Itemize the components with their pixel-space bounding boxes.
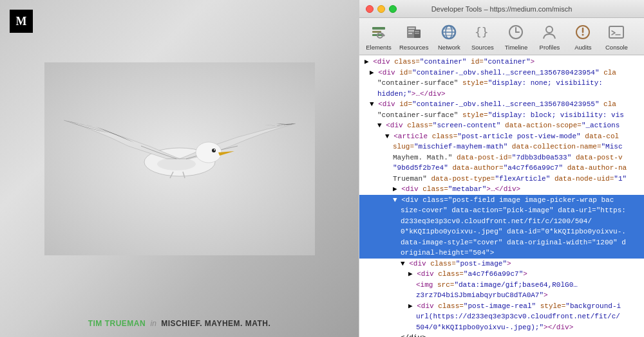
article-hero-image bbox=[0, 0, 359, 337]
dom-line[interactable]: </div> bbox=[359, 332, 644, 337]
medium-logo: M bbox=[10, 10, 33, 33]
dom-line[interactable]: ▼ <div class="screen-content" data-actio… bbox=[359, 120, 644, 131]
dom-line[interactable]: d233eq3e3p3cv0.cloudfront.net/fit/c/1200… bbox=[359, 216, 644, 227]
svg-text:{}: {} bbox=[475, 25, 489, 39]
dom-line[interactable]: ▶ <div class="a4c7f66a99c7"> bbox=[359, 269, 644, 280]
author-name: TIM TRUEMAN bbox=[88, 319, 146, 328]
dom-tree[interactable]: ▶ <div class="container" id="container">… bbox=[359, 55, 644, 337]
dom-line[interactable]: <img src="data:image/gif;base64,R0lG0… bbox=[359, 280, 644, 291]
dom-line[interactable]: ▶ <div class="metabar">…</div> bbox=[359, 184, 644, 195]
network-icon bbox=[439, 22, 459, 42]
tab-sources[interactable]: {} Sources bbox=[466, 19, 499, 55]
elements-icon bbox=[368, 22, 389, 42]
profiles-label: Profiles bbox=[540, 44, 560, 51]
traffic-lights bbox=[366, 5, 397, 13]
devtools-toolbar: Elements Resources bbox=[359, 18, 644, 55]
profiles-icon bbox=[539, 22, 560, 42]
svg-point-28 bbox=[546, 26, 553, 33]
devtools-panel: Developer Tools – https://medium.com/mis… bbox=[359, 0, 644, 337]
author-separator: in bbox=[150, 319, 156, 328]
dom-line[interactable]: z3rz7D4biSJbmiabqyrbuC8dTA0A7"> bbox=[359, 290, 644, 301]
maximize-button[interactable] bbox=[389, 5, 397, 13]
sources-label: Sources bbox=[471, 44, 494, 51]
dom-line[interactable]: Mayhem. Math." data-post-id="7dbb3db0a53… bbox=[359, 152, 644, 163]
svg-rect-13 bbox=[408, 28, 415, 29]
dom-line[interactable]: slug="mischief-mayhem-math" data-collect… bbox=[359, 141, 644, 152]
timeline-icon bbox=[506, 22, 526, 42]
tab-resources[interactable]: Resources bbox=[395, 19, 432, 55]
resources-icon bbox=[404, 22, 424, 42]
dom-line[interactable]: "container-surface" style="display: bloc… bbox=[359, 110, 644, 121]
tab-network[interactable]: Network bbox=[432, 19, 466, 55]
dom-line[interactable]: ▼ <div class="post-field image image-pic… bbox=[359, 195, 644, 206]
svg-rect-14 bbox=[408, 30, 415, 32]
dom-line[interactable]: "container-surface" style="display: none… bbox=[359, 78, 644, 89]
svg-rect-32 bbox=[609, 26, 623, 38]
dom-line[interactable]: ▶ <div id="container-_obv.shell._screen_… bbox=[359, 68, 644, 78]
tab-console[interactable]: Console bbox=[600, 19, 633, 55]
audits-label: Audits bbox=[574, 44, 591, 51]
tab-timeline[interactable]: Timeline bbox=[499, 19, 533, 55]
dom-line[interactable]: size-cover" data-action="pick-image" dat… bbox=[359, 205, 644, 216]
close-button[interactable] bbox=[366, 5, 374, 13]
tab-elements[interactable]: Elements bbox=[362, 19, 395, 55]
svg-rect-15 bbox=[408, 33, 412, 34]
svg-rect-18 bbox=[415, 33, 419, 34]
article-title: MISCHIEF. MAYHEM. MATH. bbox=[161, 319, 270, 328]
console-label: Console bbox=[605, 44, 628, 51]
sources-icon: {} bbox=[472, 22, 493, 42]
dom-line[interactable]: data-image-style="cover" data-original-w… bbox=[359, 237, 644, 248]
svg-point-3 bbox=[212, 149, 216, 152]
svg-point-5 bbox=[157, 158, 196, 170]
article-panel: M TIM TRUEMAN in MISCHIEF. MAYHEM. MATH. bbox=[0, 0, 359, 337]
dom-line[interactable]: url(https://d233eq3e3p3cv0.cloudfront.ne… bbox=[359, 311, 644, 322]
dom-line[interactable]: "9b6d5f2b7e4" data-author="a4c7f66a99c7"… bbox=[359, 163, 644, 174]
dom-line[interactable]: original-height="504"> bbox=[359, 248, 644, 259]
dom-line[interactable]: ▶ <div class="post-image-real" style="ba… bbox=[359, 301, 644, 312]
console-icon bbox=[606, 22, 627, 42]
dom-line[interactable]: hidden;">…</div> bbox=[359, 89, 644, 100]
tab-profiles[interactable]: Profiles bbox=[533, 19, 566, 55]
article-footer: TIM TRUEMAN in MISCHIEF. MAYHEM. MATH. bbox=[0, 319, 359, 328]
devtools-titlebar: Developer Tools – https://medium.com/mis… bbox=[359, 0, 644, 18]
svg-point-2 bbox=[196, 142, 222, 163]
dom-line[interactable]: ▼ <div class="post-image"> bbox=[359, 259, 644, 269]
network-label: Network bbox=[438, 44, 460, 51]
bird-illustration bbox=[44, 62, 315, 255]
tab-audits[interactable]: Audits bbox=[566, 19, 600, 55]
svg-rect-17 bbox=[415, 31, 419, 32]
svg-rect-8 bbox=[372, 27, 385, 30]
timeline-label: Timeline bbox=[505, 44, 528, 51]
resources-label: Resources bbox=[399, 44, 428, 51]
dom-line[interactable]: ▼ <article class="post-article post-view… bbox=[359, 131, 644, 142]
dom-line[interactable]: ▼ <div id="container-_obv.shell._screen_… bbox=[359, 99, 644, 110]
svg-point-4 bbox=[214, 149, 215, 150]
dom-line[interactable]: 0*kKQI1pbo0yoixvu-.jpeg" data-id="0*kKQI… bbox=[359, 226, 644, 237]
devtools-title: Developer Tools – https://medium.com/mis… bbox=[431, 5, 573, 13]
elements-label: Elements bbox=[366, 44, 392, 51]
dom-line[interactable]: ▶ <div class="container" id="container"> bbox=[359, 57, 644, 68]
svg-point-31 bbox=[582, 34, 584, 36]
minimize-button[interactable] bbox=[377, 5, 385, 13]
dom-line[interactable]: Trueman" data-post-type="flexArticle" da… bbox=[359, 174, 644, 185]
dom-line[interactable]: 504/0*kKQI1pbo0yoixvu-.jpeg);"></div> bbox=[359, 322, 644, 333]
audits-icon bbox=[573, 22, 593, 42]
